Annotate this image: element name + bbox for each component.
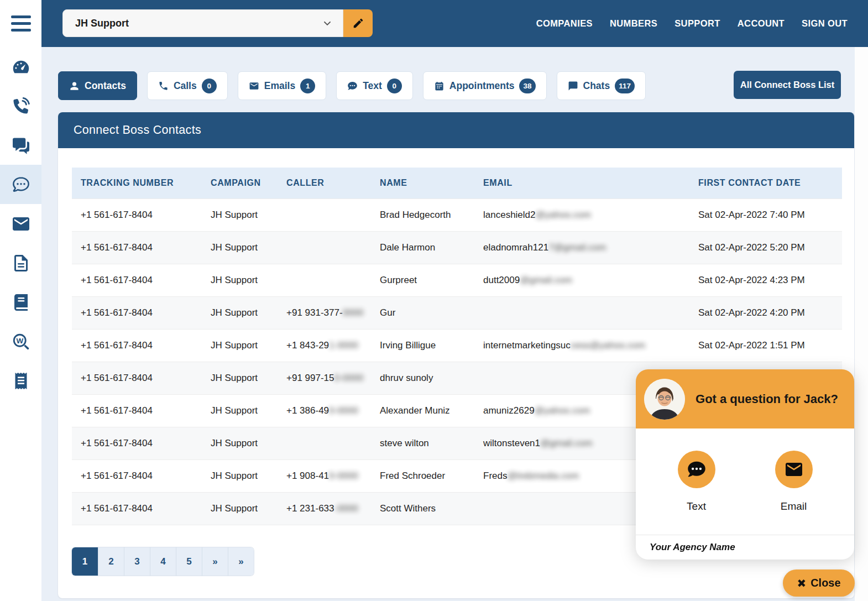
name-cell: Fred Schroeder (371, 459, 474, 492)
tracking-number-cell: +1 561-617-8404 (72, 296, 202, 329)
cell-text: +91 997-15 (286, 373, 334, 383)
chat-close-button[interactable]: ✖ Close (783, 569, 855, 597)
redacted-text: 7@gmail.com (548, 242, 606, 253)
chat-action-text[interactable]: Text (678, 451, 715, 513)
close-label: Close (811, 577, 840, 589)
chat-icon (568, 81, 578, 91)
chat-widget-header: Got a question for Jack? (636, 369, 854, 428)
pagination-next-button[interactable]: » (228, 547, 254, 576)
table-row[interactable]: +1 561-617-8404JH SupportGurpreetdutt200… (72, 264, 842, 296)
cell-text: +1 908-41 (286, 471, 329, 481)
column-header: CALLER (278, 168, 371, 198)
email-cell (474, 296, 689, 329)
chat-action-label: Email (781, 500, 807, 513)
email-cell: internetmarketingsuccess@yahoo.com (474, 329, 689, 362)
comment-dots-outline-icon (11, 175, 31, 195)
table-row[interactable]: +1 561-617-8404JH Support+1 843-291-0000… (72, 329, 842, 362)
campaign-cell: JH Support (202, 329, 278, 362)
chat-action-label: Text (687, 500, 706, 513)
user-icon (69, 81, 80, 91)
redacted-text: @trebmedia.com (507, 471, 579, 481)
tab-text[interactable]: Text0 (336, 71, 413, 100)
redacted-text: @yahoo.com (535, 405, 590, 416)
phone-volume-icon (11, 96, 31, 116)
campaign-cell: JH Support (202, 362, 278, 394)
tab-appointments[interactable]: Appointments38 (423, 71, 547, 100)
chat-widget-title: Got a question for Jack? (685, 392, 846, 406)
sidebar-item-emails[interactable] (0, 204, 41, 243)
redacted-text: cess@yahoo.com (571, 340, 645, 351)
cell-text: internetmarketingsuc (483, 340, 571, 351)
tab-emails[interactable]: Emails1 (238, 71, 326, 100)
caller-cell (278, 427, 371, 459)
campaign-cell: JH Support (202, 296, 278, 329)
tracking-number-cell: +1 561-617-8404 (72, 264, 202, 296)
nav-link-account[interactable]: ACCOUNT (738, 18, 785, 29)
sidebar-item-receipts[interactable] (0, 361, 41, 400)
chat-action-email[interactable]: Email (775, 451, 813, 513)
sidebar-item-calls[interactable] (0, 86, 41, 126)
tab-label: Chats (583, 80, 610, 92)
scrollbar-track[interactable] (855, 47, 868, 601)
tab-chats[interactable]: Chats117 (557, 71, 646, 100)
table-row[interactable]: +1 561-617-8404JH SupportDale Harmonelad… (72, 231, 842, 264)
name-cell: Alexander Muniz (371, 394, 474, 427)
company-select[interactable]: JH Support (62, 9, 343, 37)
email-cell: dutt2009@gmail.com (474, 264, 689, 296)
tracking-number-cell: +1 561-617-8404 (72, 231, 202, 264)
sidebar-item-keyword-search[interactable] (0, 322, 41, 361)
chat-action-circle (678, 451, 715, 488)
nav-link-sign-out[interactable]: SIGN OUT (802, 18, 848, 29)
tab-label: Text (363, 80, 382, 92)
tab-label: Contacts (85, 80, 126, 92)
nav-link-companies[interactable]: COMPANIES (536, 18, 593, 29)
caller-cell: +1 843-291-0000 (278, 329, 371, 362)
sidebar-item-documents[interactable] (0, 243, 41, 283)
sidebar-item-chats[interactable] (0, 126, 41, 165)
nav-link-numbers[interactable]: NUMBERS (610, 18, 657, 29)
tracking-number-cell: +1 561-617-8404 (72, 459, 202, 492)
jack-avatar (644, 379, 685, 420)
name-cell: Irving Billigue (371, 329, 474, 362)
pagination-page-4[interactable]: 4 (150, 547, 176, 576)
sidebar-item-texts[interactable] (0, 165, 41, 204)
tab-count-badge: 0 (202, 79, 217, 93)
tracking-number-cell: +1 561-617-8404 (72, 427, 202, 459)
hamburger-menu-icon[interactable] (0, 0, 41, 47)
envelope-icon (11, 214, 31, 234)
sidebar-item-dashboard[interactable] (0, 47, 41, 86)
cell-text: amuniz2629 (483, 405, 535, 416)
edit-company-button[interactable] (343, 9, 373, 37)
tab-calls[interactable]: Calls0 (147, 71, 228, 100)
envelope-icon (784, 459, 804, 479)
navbar-links: COMPANIESNUMBERSSUPPORTACCOUNTSIGN OUT (536, 0, 848, 47)
tab-count-badge: 0 (387, 79, 402, 93)
comment-dots-icon (347, 81, 358, 91)
tracking-number-cell: +1 561-617-8404 (72, 329, 202, 362)
first-contact-date-cell: Sat 02-Apr-2022 1:51 PM (689, 329, 842, 362)
tab-count-badge: 38 (519, 79, 535, 93)
sidebar-item-reports[interactable] (0, 283, 41, 322)
table-row[interactable]: +1 561-617-8404JH Support+91 931-377-000… (72, 296, 842, 329)
pagination-page-3[interactable]: 3 (124, 547, 150, 576)
pagination-page-5[interactable]: 5 (176, 547, 202, 576)
all-connect-boss-list-button[interactable]: All Connect Boss List (734, 71, 841, 99)
first-contact-date-cell: Sat 02-Apr-2022 5:20 PM (689, 231, 842, 264)
pagination-page-2[interactable]: 2 (98, 547, 124, 576)
entity-tabs: ContactsCalls0Emails1Text0Appointments38… (58, 71, 646, 100)
caller-cell: +1 231-633-0000 (278, 492, 371, 525)
caller-cell (278, 264, 371, 296)
campaign-cell: JH Support (202, 264, 278, 296)
table-row[interactable]: +1 561-617-8404JH SupportBrad Hedgecorth… (72, 198, 842, 231)
panel-header: Connect Boss Contacts (58, 112, 854, 148)
pagination-next-button[interactable]: » (202, 547, 228, 576)
calendar-icon (434, 81, 445, 91)
pagination-page-1[interactable]: 1 (72, 547, 98, 576)
redacted-text: @gmail.com (540, 438, 593, 448)
nav-link-support[interactable]: SUPPORT (674, 18, 720, 29)
top-navbar: JH Support COMPANIESNUMBERSSUPPORTACCOUN… (41, 0, 868, 47)
tab-contacts[interactable]: Contacts (58, 71, 137, 100)
column-header: FIRST CONTACT DATE (689, 168, 842, 198)
receipt-icon (11, 371, 31, 391)
company-select-value: JH Support (75, 18, 322, 29)
